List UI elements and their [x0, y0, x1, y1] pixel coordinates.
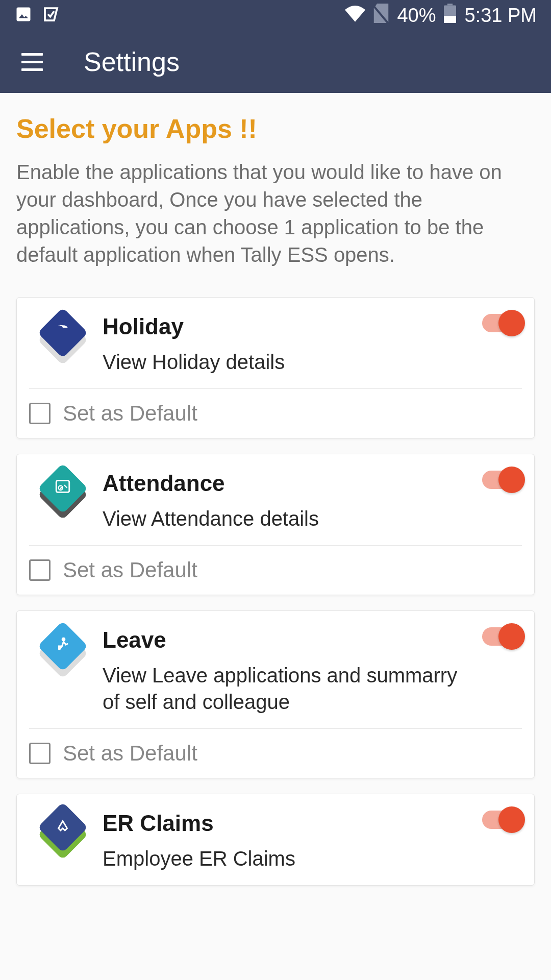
clock-time: 5:31 PM [464, 5, 537, 27]
app-card-holiday: Holiday View Holiday details Set as Defa… [16, 297, 535, 438]
page-title: Settings [84, 46, 180, 77]
toggle-er-claims[interactable] [482, 811, 522, 829]
svg-rect-2 [447, 4, 453, 5]
section-description: Enable the applications that you would l… [16, 158, 535, 268]
set-default-holiday[interactable]: Set as Default [17, 389, 534, 438]
battery-icon [444, 4, 456, 28]
sim-off-icon [373, 4, 389, 28]
status-right: 40% 5:31 PM [345, 4, 537, 28]
section-heading: Select your Apps !! [16, 113, 535, 144]
svg-rect-4 [444, 16, 456, 23]
app-desc-holiday: View Holiday details [103, 349, 468, 375]
app-card-leave: Leave View Leave applications and summar… [16, 610, 535, 778]
menu-icon[interactable] [21, 53, 43, 71]
default-label: Set as Default [63, 401, 197, 426]
checkbox-icon [29, 403, 51, 424]
wifi-icon [345, 5, 365, 27]
app-title-leave: Leave [103, 627, 468, 653]
gallery-icon [14, 5, 33, 26]
app-card-er-claims: ER Claims Employee ER Claims [16, 794, 535, 886]
app-title-er-claims: ER Claims [103, 811, 468, 836]
holiday-icon [37, 311, 88, 362]
content: Select your Apps !! Enable the applicati… [0, 93, 551, 886]
checkbox-icon [29, 743, 51, 764]
svg-rect-0 [17, 8, 31, 21]
toggle-holiday[interactable] [482, 314, 522, 332]
app-title-holiday: Holiday [103, 314, 468, 339]
app-desc-leave: View Leave applications and summarry of … [103, 662, 468, 715]
leave-icon [37, 624, 88, 675]
attendance-icon [37, 468, 88, 519]
battery-pct: 40% [397, 5, 436, 27]
app-title-attendance: Attendance [103, 471, 468, 496]
app-card-attendance: Attendance View Attendance details Set a… [16, 454, 535, 595]
status-bar: 40% 5:31 PM [0, 0, 551, 31]
toggle-attendance[interactable] [482, 471, 522, 489]
app-bar: Settings [0, 31, 551, 93]
status-left [14, 5, 60, 26]
svg-point-7 [62, 638, 66, 642]
er-claims-icon [37, 807, 88, 859]
app-desc-er-claims: Employee ER Claims [103, 845, 468, 872]
set-default-leave[interactable]: Set as Default [17, 729, 534, 778]
check-shield-icon [42, 5, 60, 26]
checkbox-icon [29, 559, 51, 581]
set-default-attendance[interactable]: Set as Default [17, 546, 534, 595]
toggle-leave[interactable] [482, 627, 522, 646]
default-label: Set as Default [63, 741, 197, 766]
default-label: Set as Default [63, 558, 197, 582]
app-desc-attendance: View Attendance details [103, 505, 468, 532]
